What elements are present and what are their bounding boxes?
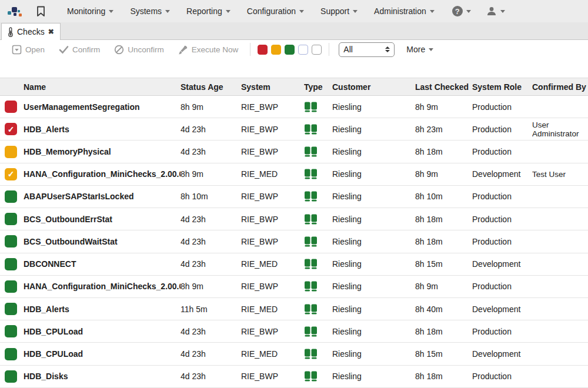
header-customer[interactable]: Customer xyxy=(332,82,415,92)
table-row[interactable]: UserManagementSegregation 8h 9m RIE_BWP … xyxy=(0,96,588,118)
status-cell xyxy=(0,348,24,360)
user-icon xyxy=(486,6,497,16)
system-type-icon xyxy=(304,259,318,269)
type-cell xyxy=(304,169,332,179)
status-cell xyxy=(0,303,24,315)
table-row[interactable]: ✓ HANA_Configuration_MiniChecks_2.00.03 … xyxy=(0,163,588,186)
last-checked: 8h 18m xyxy=(415,215,472,224)
header-status-age[interactable]: Status Age xyxy=(181,82,241,92)
customer: Riesling xyxy=(332,147,415,156)
system-type-icon xyxy=(304,349,318,359)
menu-label: Configuration xyxy=(247,6,296,16)
menu-label: Support xyxy=(320,6,349,16)
menu-configuration[interactable]: Configuration xyxy=(239,0,312,22)
system-type-icon xyxy=(304,102,318,112)
check-name: HDB_CPULoad xyxy=(24,327,181,336)
help-menu[interactable]: ? xyxy=(446,0,477,22)
system: RIE_BWP xyxy=(241,282,304,291)
check-name: HANA_Configuration_MiniChecks_2.00.03 xyxy=(24,169,181,179)
warning-filter[interactable] xyxy=(271,45,281,55)
chevron-down-icon xyxy=(299,10,304,13)
header-name[interactable]: Name xyxy=(24,82,181,92)
system-type-icon xyxy=(304,236,318,247)
menu-administration[interactable]: Administration xyxy=(366,0,443,22)
status-icon xyxy=(5,213,17,225)
unconfirm-button[interactable]: Unconfirm xyxy=(107,45,171,55)
status-icon xyxy=(5,190,17,203)
table-row[interactable]: HANA_Configuration_MiniChecks_2.00.03 8h… xyxy=(0,276,588,298)
header-type[interactable]: Type xyxy=(304,82,332,92)
type-cell xyxy=(304,236,332,247)
check-name: BCS_OutboundErrStat xyxy=(24,215,181,224)
customer: Riesling xyxy=(332,215,415,224)
table-row[interactable]: ABAPUserSAPStarIsLocked 8h 10m RIE_BWP R… xyxy=(0,186,588,208)
table-body: UserManagementSegregation 8h 9m RIE_BWP … xyxy=(0,96,588,388)
header-system[interactable]: System xyxy=(241,82,304,92)
tab-label: Checks xyxy=(17,27,45,36)
last-checked: 8h 15m xyxy=(415,259,472,269)
menu-support[interactable]: Support xyxy=(312,0,366,22)
type-cell xyxy=(304,124,332,135)
tab-checks[interactable]: Checks ✖ xyxy=(1,23,61,40)
app-logo-icon[interactable] xyxy=(6,4,24,19)
status-cell xyxy=(0,258,24,270)
status-age: 4d 23h xyxy=(181,349,241,359)
type-cell xyxy=(304,146,332,157)
type-cell xyxy=(304,191,332,202)
unknown-filter[interactable] xyxy=(298,45,308,55)
confirmed-by: User Administrator xyxy=(532,121,588,138)
system-role: Development xyxy=(472,349,532,359)
status-filter-select[interactable]: All xyxy=(339,42,395,57)
check-name: HDB_Alerts xyxy=(24,125,181,134)
status-age: 8h 9m xyxy=(181,169,241,179)
system-role: Production xyxy=(472,192,532,201)
table-row[interactable]: HDB_Alerts 11h 5m RIE_MED Riesling 8h 40… xyxy=(0,298,588,320)
menu-reporting[interactable]: Reporting xyxy=(178,0,239,22)
table-row[interactable]: ✓ HDB_Alerts 4d 23h RIE_BWP Riesling 8h … xyxy=(0,118,588,141)
select-arrows-icon xyxy=(385,46,390,52)
table-row[interactable]: HDB_CPULoad 4d 23h RIE_MED Riesling 8h 1… xyxy=(0,343,588,365)
status-age: 4d 23h xyxy=(181,327,241,336)
menu-label: Systems xyxy=(130,6,162,16)
open-icon xyxy=(12,45,22,55)
execute-now-button[interactable]: Execute Now xyxy=(171,45,246,55)
critical-filter[interactable] xyxy=(258,45,268,55)
menu-monitoring[interactable]: Monitoring xyxy=(59,0,122,22)
header-system-role[interactable]: System Role xyxy=(472,82,532,92)
last-checked: 8h 18m xyxy=(415,237,472,246)
close-icon[interactable]: ✖ xyxy=(48,28,54,36)
table-row[interactable]: DBCONNECT 4d 23h RIE_MED Riesling 8h 15m… xyxy=(0,253,588,276)
table-row[interactable]: BCS_OutboundWaitStat 4d 23h RIE_BWP Ries… xyxy=(0,230,588,253)
table-row[interactable]: HDB_CPULoad 4d 23h RIE_BWP Riesling 8h 1… xyxy=(0,320,588,343)
top-navbar: MonitoringSystemsReportingConfigurationS… xyxy=(0,0,588,22)
system-type-icon xyxy=(304,281,318,292)
disabled-filter[interactable] xyxy=(312,45,322,55)
customer: Riesling xyxy=(332,125,415,134)
system: RIE_BWP xyxy=(241,215,304,224)
header-last-checked[interactable]: Last Checked xyxy=(415,82,472,92)
confirm-button[interactable]: Confirm xyxy=(52,45,107,54)
bookmark-icon[interactable] xyxy=(32,6,49,17)
system-type-icon xyxy=(304,214,318,225)
header-confirmed-by[interactable]: Confirmed By xyxy=(532,82,588,92)
system: RIE_BWP xyxy=(241,102,304,112)
type-cell xyxy=(304,102,332,112)
toolbar-table-gap xyxy=(0,59,588,78)
open-button[interactable]: Open xyxy=(5,45,52,55)
user-menu[interactable] xyxy=(480,0,511,22)
last-checked: 8h 9m xyxy=(415,282,472,291)
menu-systems[interactable]: Systems xyxy=(122,0,178,22)
ok-filter[interactable] xyxy=(285,45,295,55)
status-icon xyxy=(5,235,17,247)
system-role: Development xyxy=(472,259,532,269)
execute-now-button-label: Execute Now xyxy=(192,45,239,54)
table-row[interactable]: HDB_Disks 4d 23h RIE_BWP Riesling 8h 18m… xyxy=(0,366,588,388)
more-button[interactable]: More xyxy=(406,45,433,54)
check-name: UserManagementSegregation xyxy=(24,102,181,112)
confirm-button-label: Confirm xyxy=(72,45,100,54)
checks-toolbar: Open Confirm Unconfirm Execute Now All M… xyxy=(0,40,588,59)
table-row[interactable]: HDB_MemoryPhysical 4d 23h RIE_BWP Riesli… xyxy=(0,141,588,163)
status-age: 4d 23h xyxy=(181,372,241,381)
table-row[interactable]: BCS_OutboundErrStat 4d 23h RIE_BWP Riesl… xyxy=(0,208,588,230)
system-role: Production xyxy=(472,372,532,381)
